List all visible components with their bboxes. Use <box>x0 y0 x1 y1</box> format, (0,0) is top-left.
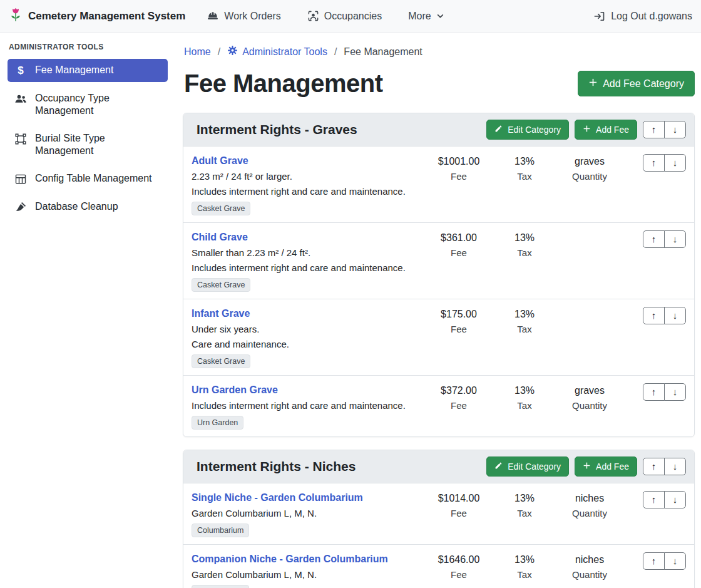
category-reorder-group: ↑ ↓ <box>643 121 686 138</box>
fee-tag-wrap: Columbarium <box>192 585 422 588</box>
tax-column: 13% Tax <box>496 491 553 518</box>
tax-label: Tax <box>496 171 553 182</box>
tax-column: 13% Tax <box>496 383 553 411</box>
quantity-column-empty <box>553 307 626 307</box>
move-category-down-button[interactable]: ↓ <box>664 121 686 138</box>
fee-name-link[interactable]: Child Grave <box>192 230 248 244</box>
move-fee-down-button[interactable]: ↓ <box>664 383 686 401</box>
fee-tag-wrap: Urn Garden <box>192 416 422 430</box>
tax-value: 13% <box>496 553 553 566</box>
fee-name-link[interactable]: Urn Garden Grave <box>192 383 278 396</box>
fee-info: Adult Grave 2.23 m² / 24 ft² or larger. … <box>192 154 422 215</box>
fee-type-badge: Casket Grave <box>192 354 250 368</box>
quantity-column: graves Quantity <box>553 383 626 411</box>
sidebar-item-fee-management[interactable]: $ Fee Management <box>8 59 168 82</box>
move-fee-down-button[interactable]: ↓ <box>664 230 686 248</box>
breadcrumb-admin-tools-label: Administrator Tools <box>242 46 327 58</box>
move-category-down-button[interactable]: ↓ <box>664 458 686 475</box>
fee-row: Urn Garden Grave Includes interment righ… <box>183 375 694 436</box>
fee-tag-wrap: Casket Grave <box>192 354 422 368</box>
quantity-column: niches Quantity <box>553 491 626 518</box>
tax-label: Tax <box>496 324 553 334</box>
sidebar-item-label: Occupancy Type Management <box>35 92 161 117</box>
category-card-graves: Interment Rights - Graves Edit Category … <box>183 113 695 437</box>
edit-category-label: Edit Category <box>508 125 561 135</box>
tax-column: 13% Tax <box>496 230 553 258</box>
tax-label: Tax <box>496 247 553 258</box>
move-fee-up-button[interactable]: ↑ <box>643 383 665 401</box>
quantity-value: graves <box>553 155 626 168</box>
tax-label: Tax <box>496 400 553 411</box>
fee-reorder-group: ↑ ↓ <box>626 307 686 324</box>
fee-description: Garden Columbarium L, M, N. <box>192 569 422 580</box>
tax-column: 13% Tax <box>496 552 553 580</box>
breadcrumb-current: Fee Management <box>344 46 422 58</box>
breadcrumb-home-link[interactable]: Home <box>184 46 211 58</box>
fee-type-badge: Columbarium <box>192 524 249 537</box>
move-fee-down-button[interactable]: ↓ <box>664 307 686 324</box>
add-fee-category-button[interactable]: Add Fee Category <box>578 71 695 96</box>
breadcrumb-admin-tools-link[interactable]: Administrator Tools <box>227 45 327 58</box>
move-category-up-button[interactable]: ↑ <box>643 458 665 475</box>
pencil-icon <box>494 125 503 135</box>
content-area: Administrator Tools $ Fee Management Occ… <box>0 33 701 588</box>
broom-icon <box>14 201 28 214</box>
fee-description: Under six years. <box>192 323 422 335</box>
hard-hat-icon <box>207 10 219 23</box>
navbar-menu: Work Orders Occupancies More <box>207 10 444 23</box>
move-fee-up-button[interactable]: ↑ <box>643 491 665 508</box>
logout-link[interactable]: Log Out d.gowans <box>593 10 692 23</box>
fee-description: Garden Columbarium L, M, N. <box>192 507 422 519</box>
edit-category-button[interactable]: Edit Category <box>486 456 569 477</box>
fee-row: Adult Grave 2.23 m² / 24 ft² or larger. … <box>183 147 694 222</box>
fee-amount: $1646.00 <box>422 553 496 566</box>
breadcrumb-separator: / <box>218 46 220 58</box>
move-fee-down-button[interactable]: ↓ <box>664 154 686 172</box>
brand-link[interactable]: Cemetery Management System <box>9 7 185 26</box>
fee-name-link[interactable]: Infant Grave <box>192 307 250 320</box>
move-fee-up-button[interactable]: ↑ <box>643 307 665 324</box>
fee-reorder-group: ↑ ↓ <box>626 491 686 508</box>
logout-icon <box>593 10 606 23</box>
fee-tag-wrap: Casket Grave <box>192 202 422 215</box>
admin-tools-sidebar: Administrator Tools $ Fee Management Occ… <box>0 33 175 588</box>
dollar-icon: $ <box>14 64 28 77</box>
move-fee-up-button[interactable]: ↑ <box>643 154 665 172</box>
category-header: Interment Rights - Niches Edit Category … <box>183 450 694 483</box>
add-fee-button[interactable]: Add Fee <box>575 120 637 140</box>
page-header: Fee Management Add Fee Category <box>184 70 695 98</box>
move-fee-up-button[interactable]: ↑ <box>643 230 665 248</box>
fee-amount: $175.00 <box>422 307 496 321</box>
fee-reorder-group: ↑ ↓ <box>626 154 686 172</box>
sidebar-item-database-cleanup[interactable]: Database Cleanup <box>8 195 168 219</box>
sidebar-item-config-table-management[interactable]: Config Table Management <box>8 167 168 190</box>
move-fee-down-button[interactable]: ↓ <box>664 552 686 570</box>
sidebar-item-label: Fee Management <box>35 64 113 76</box>
fee-row: Single Niche - Garden Columbarium Garden… <box>183 483 694 544</box>
move-fee-down-button[interactable]: ↓ <box>664 491 686 508</box>
category-title: Interment Rights - Graves <box>197 122 481 137</box>
tax-label: Tax <box>496 569 553 580</box>
add-fee-button[interactable]: Add Fee <box>575 456 637 477</box>
tulip-logo-icon <box>9 7 23 26</box>
quantity-value: graves <box>553 384 626 397</box>
edit-category-button[interactable]: Edit Category <box>486 120 569 140</box>
chevron-down-icon <box>436 12 444 20</box>
sidebar-item-burial-site-type-management[interactable]: Burial Site Type Management <box>8 127 168 162</box>
fee-label: Fee <box>422 508 496 518</box>
fee-name-link[interactable]: Companion Niche - Garden Columbarium <box>192 552 388 565</box>
quantity-column-empty <box>553 230 626 231</box>
sidebar-item-occupancy-type-management[interactable]: Occupancy Type Management <box>8 87 168 122</box>
nav-work-orders[interactable]: Work Orders <box>207 10 280 23</box>
fee-name-link[interactable]: Single Niche - Garden Columbarium <box>192 491 363 504</box>
move-category-up-button[interactable]: ↑ <box>643 121 665 138</box>
move-fee-up-button[interactable]: ↑ <box>643 552 665 570</box>
fee-tag-wrap: Casket Grave <box>192 278 422 292</box>
nav-more[interactable]: More <box>408 11 444 22</box>
fee-reorder-group: ↑ ↓ <box>626 230 686 248</box>
fee-tag-wrap: Columbarium <box>192 524 422 537</box>
nav-occupancies[interactable]: Occupancies <box>307 10 382 22</box>
fee-name-link[interactable]: Adult Grave <box>192 154 248 167</box>
fee-reorder-group: ↑ ↓ <box>626 552 686 570</box>
fee-description: Includes interment right and care and ma… <box>192 262 422 274</box>
